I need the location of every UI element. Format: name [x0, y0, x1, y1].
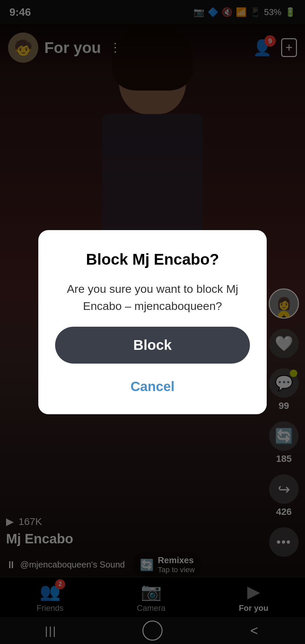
block-confirm-button[interactable]: Block — [55, 327, 250, 364]
modal-overlay: Block Mj Encabo? Are you sure you want t… — [0, 0, 305, 644]
dialog-title: Block Mj Encabo? — [86, 250, 219, 268]
cancel-button[interactable]: Cancel — [117, 376, 188, 397]
dialog-message: Are you sure you want to block Mj Encabo… — [55, 280, 250, 315]
block-dialog: Block Mj Encabo? Are you sure you want t… — [38, 230, 267, 414]
